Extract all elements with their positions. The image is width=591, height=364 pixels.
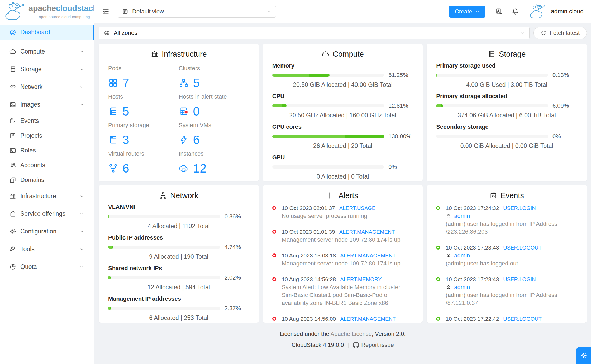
timeline-rail [272, 315, 282, 323]
storage-card-title: Storage [436, 50, 577, 58]
fetch-latest-button[interactable]: Fetch latest [533, 27, 587, 39]
sidebar-item-accounts[interactable]: Accounts [0, 158, 94, 173]
user-menu[interactable]: admin cloud [528, 4, 584, 19]
sidebar-item-service-offerings[interactable]: Service offerings [0, 205, 94, 223]
event-type-link[interactable]: USER.LOGIN [503, 275, 536, 283]
meter-subtitle: 4 Allocated | 1102 Total [108, 222, 249, 230]
chevron-down-icon [80, 194, 84, 198]
sidebar-item-storage[interactable]: Storage [0, 60, 94, 78]
infrastructure-stat-primary-storage[interactable]: Primary storage 3 [108, 121, 179, 147]
usage-meter: Primary storage used 0.13% 4.00 GiB Used… [436, 62, 577, 89]
dashboard-icon [9, 29, 16, 36]
alert-type-link[interactable]: ALERT.MEMORY [340, 275, 382, 283]
infrastructure-stat-instances[interactable]: Instances 12 [179, 150, 249, 175]
meter-row: 2.37% [108, 305, 249, 312]
schedule-icon [9, 117, 16, 124]
report-issue-link[interactable]: Report issue [353, 342, 394, 348]
sidebar-item-configuration[interactable]: Configuration [0, 223, 94, 240]
menu-fold-icon[interactable] [102, 8, 110, 16]
sidebar-item-events[interactable]: Events [0, 113, 94, 128]
chevron-down-icon [520, 31, 525, 35]
sidebar-item-compute[interactable]: Compute [0, 43, 94, 60]
meter-row: 130.00% [272, 133, 413, 140]
event-type-link[interactable]: USER.LOGOUT [503, 244, 542, 252]
usage-meter: CPU cores 130.00% 26 Allocated | 20 Tota… [272, 123, 413, 150]
alert-message: System Alert: Low Available Memory in cl… [282, 283, 413, 307]
zone-selector-value: All zones [114, 30, 137, 36]
event-user-link[interactable]: admin [454, 252, 470, 260]
project-settings-button[interactable] [576, 347, 591, 364]
create-button[interactable]: Create [449, 6, 485, 18]
meter-row: 0.13% [436, 72, 577, 79]
sidebar-item-tools[interactable]: Tools [0, 240, 94, 258]
cloud-server-icon [179, 163, 189, 173]
event-user-link[interactable]: admin [454, 283, 470, 291]
infrastructure-stat-hosts-in-alert-state[interactable]: Hosts in alert state 0 [179, 93, 249, 118]
event-body: 10 Oct 2023 17:24:32 USER.LOGIN admin (a… [446, 204, 577, 244]
translate-icon[interactable] [495, 8, 503, 16]
stat-label: System VMs [179, 121, 249, 129]
meter-percent: 12.81% [384, 102, 413, 109]
meter-percent: 2.37% [220, 305, 249, 312]
brand-logo[interactable]: apachecloudstack™ open source cloud comp… [0, 0, 94, 23]
chevron-down-icon [80, 67, 84, 71]
event-user-link[interactable]: admin [454, 212, 470, 220]
apache-license-link[interactable]: Apache License [331, 331, 372, 337]
brand-tagline: open source cloud computing [28, 14, 100, 19]
meter-percent: 0.13% [548, 72, 577, 79]
sidebar-item-network[interactable]: Network [0, 78, 94, 96]
storage-meters: Primary storage used 0.13% 4.00 GiB Used… [436, 62, 577, 150]
picture-icon [9, 101, 16, 108]
infrastructure-stat-clusters[interactable]: Clusters 5 [179, 64, 249, 90]
infrastructure-stat-pods[interactable]: Pods 7 [108, 64, 179, 90]
license-line: Licensed under the Apache License, Versi… [99, 330, 587, 338]
cloudstack-app: apachecloudstack™ open source cloud comp… [0, 0, 591, 364]
view-selector[interactable]: Default view [118, 6, 276, 18]
meter-label: VLAN/VNI [108, 203, 249, 211]
usage-meter: Secondary storage 0% 0.00 GiB Allocated … [436, 123, 577, 150]
alert-type-link[interactable]: ALERT.MANAGEMENT [339, 228, 395, 236]
chevron-down-icon [80, 265, 84, 269]
alert-type-link[interactable]: ALERT.USAGE [339, 204, 375, 212]
meter-percent: 0% [384, 164, 413, 170]
timeline-rail [436, 244, 446, 275]
alert-timestamp: 10 Oct 2023 01:01:39 [282, 228, 335, 236]
alert-type-link[interactable]: ALERT.MANAGEMENT [340, 315, 396, 323]
meter-label: Management IP addresses [108, 295, 249, 303]
meter-label: CPU cores [272, 123, 413, 131]
sidebar-item-infrastructure[interactable]: Infrastructure [0, 187, 94, 205]
meter-row: 6.09% [436, 102, 577, 109]
sidebar-item-projects[interactable]: Projects [0, 128, 94, 143]
sidebar-item-roles[interactable]: Roles [0, 143, 94, 158]
meter-label: Public IP addresses [108, 234, 249, 242]
sidebar-item-domains[interactable]: Domains [0, 173, 94, 187]
infrastructure-stat-hosts[interactable]: Hosts 5 [108, 93, 179, 118]
sidebar-item-quota[interactable]: Quota [0, 258, 94, 276]
meter-subtitle: 20.50 GiB Allocated | 40.00 GiB Total [272, 81, 413, 89]
notifications-bell-icon[interactable] [511, 8, 519, 16]
event-type-link[interactable]: USER.LOGOUT [503, 315, 542, 323]
alerts-card-title: Alerts [272, 191, 413, 199]
infrastructure-stat-system-vms[interactable]: System VMs 6 [179, 121, 249, 147]
zone-selector[interactable]: All zones [99, 27, 530, 39]
event-user-row: admin [446, 283, 577, 291]
meter-subtitle: 26 Allocated | 20 Total [272, 142, 413, 150]
view-selector-value: Default view [132, 8, 164, 15]
stat-value: 5 [108, 104, 179, 118]
content: All zones Fetch latest Infrastructure Po… [94, 23, 591, 364]
infrastructure-stat-virtual-routers[interactable]: Virtual routers 6 [108, 150, 179, 175]
sidebar-item-images[interactable]: Images [0, 96, 94, 113]
timeline-line [274, 283, 274, 315]
event-type-link[interactable]: USER.LOGIN [503, 204, 536, 212]
host-icon [108, 106, 118, 116]
timeline-line [274, 259, 274, 276]
stat-number: 6 [122, 161, 129, 175]
alert-body: 10 Aug 2023 14:56:28 ALERT.MEMORY System… [282, 275, 413, 315]
alert-type-link[interactable]: ALERT.MANAGEMENT [340, 252, 396, 260]
event-user-row: admin [446, 212, 577, 220]
sidebar-item-dashboard[interactable]: Dashboard [0, 25, 94, 40]
meter-subtitle: 374.06 GiB Allocated | 6.00 TiB Total [436, 111, 577, 119]
user-icon [446, 253, 451, 258]
meter-percent: 2.02% [220, 274, 249, 281]
event-message: (admin) user has logged out [446, 260, 577, 267]
